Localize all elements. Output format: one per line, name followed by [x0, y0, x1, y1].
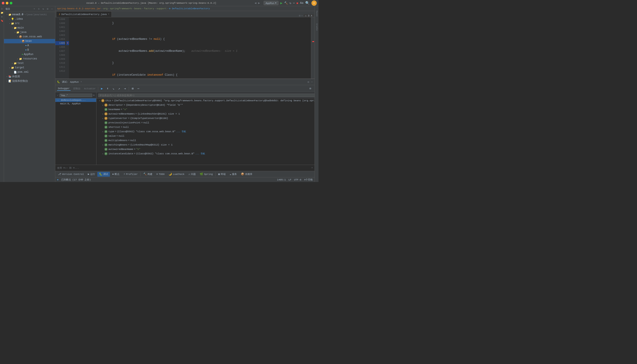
- reload-icon[interactable]: ↻: [290, 1, 291, 5]
- var-descriptor[interactable]: ▸ f descriptor = {DependencyDescriptor@6…: [96, 103, 314, 107]
- debug-frame-item-1[interactable]: main:9, AppRun: [55, 102, 96, 106]
- debug-btn-resume[interactable]: ▶: [100, 86, 104, 91]
- debug-btn-step-over[interactable]: ⬇: [105, 86, 110, 91]
- close-button[interactable]: [2, 2, 4, 4]
- status-indent[interactable]: 4个空格: [304, 178, 313, 181]
- nav-debug[interactable]: 🐛 调试: [97, 172, 110, 177]
- tree-item-idea[interactable]: ▸ 💡 .idea: [4, 17, 55, 21]
- panel-new-icon[interactable]: +: [32, 7, 36, 11]
- tree-item-pom[interactable]: 📄 pom.xml: [4, 70, 55, 74]
- maximize-button[interactable]: [10, 2, 12, 4]
- var-expand-descriptor[interactable]: ▸: [101, 104, 104, 106]
- debug-frames-icon[interactable]: ✓: [57, 94, 58, 97]
- debug-frames-filter-icon[interactable]: ⚙: [93, 94, 95, 97]
- var-expand-ic[interactable]: ▸: [101, 152, 104, 155]
- tree-item-pkg-web[interactable]: ▾ 📦 com.ossa.web: [4, 34, 55, 39]
- tree-item-test[interactable]: ▸ 📁 test: [4, 61, 55, 66]
- minimize-button[interactable]: [6, 2, 8, 4]
- var-nav-ic[interactable]: ... 导航: [195, 152, 205, 155]
- var-beanname[interactable]: f beanName = "a": [96, 107, 314, 112]
- debug-tab-console[interactable]: 控制台: [72, 86, 82, 91]
- panel-collapse-icon[interactable]: ≡: [37, 7, 40, 11]
- stop-icon[interactable]: ◼: [296, 1, 298, 5]
- debug-tab-actuator[interactable]: Actuator: [83, 87, 97, 90]
- apprun-button[interactable]: AppRun ▾: [264, 1, 279, 5]
- translate-icon[interactable]: Aa: [300, 1, 304, 5]
- debug-frame-item-0[interactable]: → doResolveDepen...: [55, 98, 96, 102]
- tab-close-icon[interactable]: ×: [108, 13, 109, 16]
- var-expand-tc[interactable]: ▸: [101, 117, 104, 120]
- search-icon[interactable]: 🔍: [305, 1, 310, 5]
- hamburger-icon[interactable]: ☰: [0, 7, 4, 10]
- tab-more-icon[interactable]: ⋯: [301, 14, 303, 17]
- nav-terminal[interactable]: ▣ 终端: [216, 172, 227, 177]
- panel-settings-icon[interactable]: ⚙: [46, 7, 49, 11]
- var-expand-mkb[interactable]: ▸: [101, 144, 104, 146]
- debug-btn-step-out[interactable]: ↗: [117, 86, 122, 91]
- var-type[interactable]: ▸ f type = {Class@5562} "class com.ossa.…: [96, 129, 314, 134]
- nav-deps[interactable]: 📦 依赖库: [239, 172, 254, 177]
- nav-luacheck[interactable]: 🌙 LuaCheck: [167, 172, 186, 177]
- var-autowired-bean-name[interactable]: f autowiredBeanName = "b": [96, 147, 314, 152]
- debug-btn-run-to-cursor[interactable]: ⇥: [122, 86, 128, 91]
- nav-problems[interactable]: ⚠ 问题: [187, 172, 198, 177]
- tab-error-count[interactable]: ⚠ 3 ∧: [304, 14, 314, 17]
- watch-input[interactable]: [98, 94, 314, 97]
- debug-frames-filter[interactable]: [60, 94, 92, 97]
- avatar[interactable]: U: [312, 0, 317, 6]
- nav-breakpoints[interactable]: ● 断点: [110, 172, 121, 177]
- build-icon[interactable]: 🔨: [284, 1, 288, 5]
- debug-btn-more[interactable]: ⋯: [136, 86, 141, 91]
- debug-btn-expand-all[interactable]: ⊟: [308, 86, 313, 91]
- right-tab-gradle[interactable]: Gradle: [315, 20, 318, 34]
- tree-item-java[interactable]: ▾ 📁 java: [4, 30, 55, 34]
- debug-minimize-icon[interactable]: —: [311, 80, 313, 84]
- debug-btn-table-view[interactable]: ⊞: [130, 86, 135, 91]
- var-this[interactable]: ▸ f this = {DefaultListableBeanFactory@5…: [96, 98, 314, 103]
- debug-close-tab[interactable]: ×: [80, 81, 82, 83]
- nav-spring[interactable]: 🌿 Spring: [198, 172, 214, 177]
- tree-item-scratch[interactable]: ▸ 📝 划痕和控制台: [4, 79, 55, 83]
- more-options-icon[interactable]: ⋯: [293, 1, 295, 5]
- tree-item-external[interactable]: ▸ 📚 外部库: [4, 74, 55, 79]
- tree-item-src[interactable]: ▾ 📁 src: [4, 21, 55, 26]
- tree-item-target[interactable]: ▸ 📁 target: [4, 66, 55, 70]
- right-tab-maven[interactable]: Maven: [315, 7, 318, 20]
- var-nav-type[interactable]: ... 导航: [176, 130, 186, 133]
- var-multiplebeans[interactable]: f multipleBeans = null: [96, 138, 314, 143]
- var-typeconverter[interactable]: ▸ f typeConverter = {SimpleTypeConverter…: [96, 116, 314, 120]
- tree-item-apprun[interactable]: ● AppRun: [4, 52, 55, 56]
- var-expand-this[interactable]: ▸: [98, 100, 101, 102]
- tree-item-class-b[interactable]: ● B: [4, 48, 55, 52]
- var-expand-type[interactable]: ▸: [101, 130, 104, 133]
- tree-item-resources[interactable]: ▸ 📁 resources: [4, 56, 55, 61]
- panel-minimize-icon[interactable]: —: [50, 7, 54, 11]
- var-matchingbeans[interactable]: ▸ f matchingBeans = {LinkedHashMap@6312}…: [96, 143, 314, 147]
- code-content[interactable]: } if (autowiredBeanNames != null) { auto…: [69, 17, 311, 78]
- tree-item-root[interactable]: ▾ 📁 ossa3.0 ~/java/java/secki: [4, 12, 55, 17]
- var-autowired-bean-names[interactable]: ▸ f autowiredBeanNames = {LinkedHashSet@…: [96, 112, 314, 116]
- tab-split-icon[interactable]: ⊟: [299, 14, 300, 17]
- tree-item-main[interactable]: ▾ 📁 main: [4, 26, 55, 30]
- nav-run[interactable]: ▶ 运行: [86, 172, 97, 177]
- status-lf[interactable]: LF: [288, 178, 291, 181]
- panel-sort-icon[interactable]: ⇅: [41, 7, 45, 11]
- window-controls[interactable]: [2, 2, 12, 4]
- debug-settings-icon[interactable]: ⚙: [308, 80, 309, 84]
- var-prev-injection[interactable]: f previousInjectionPoint = null: [96, 120, 314, 125]
- debug-tab-debugger[interactable]: Debugger: [57, 87, 70, 91]
- back-nav-icon[interactable]: ◀: [254, 1, 256, 5]
- debug-btn-step-into[interactable]: ↘: [111, 86, 116, 91]
- debug-bottom-close[interactable]: ×: [312, 167, 313, 169]
- project-icon[interactable]: 📁: [0, 11, 4, 14]
- status-encoding[interactable]: UTF-8: [294, 178, 301, 181]
- nav-build[interactable]: 🔨 构建: [142, 172, 154, 177]
- tab-default-listable[interactable]: J DefaultListableBeanFactory.java ×: [56, 11, 112, 17]
- var-shortcut[interactable]: f shortcut = null: [96, 125, 314, 129]
- tree-item-pkg-bean[interactable]: ▾ 📦 bean: [4, 39, 55, 43]
- nav-profiler[interactable]: ⚡ Profiler: [122, 172, 139, 177]
- nav-todo[interactable]: ≡ TODO: [154, 172, 166, 177]
- bookmarks-icon[interactable]: 🔖: [0, 19, 4, 22]
- var-expand-abn[interactable]: ▸: [101, 113, 104, 115]
- status-position[interactable]: 1405:1: [277, 178, 286, 181]
